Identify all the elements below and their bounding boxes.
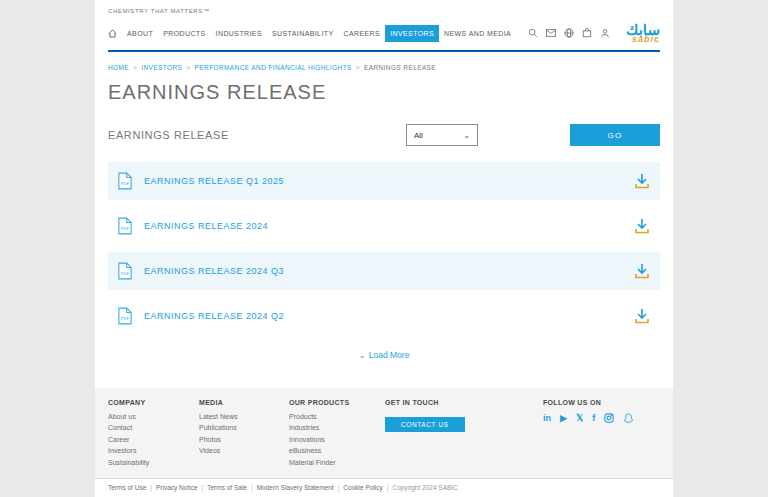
legal-link-privacy-notice[interactable]: Privacy Notice [156, 484, 198, 491]
linkedin-icon[interactable]: in [543, 414, 551, 423]
user-icon[interactable] [600, 28, 610, 38]
breadcrumb-separator: > [133, 64, 137, 71]
footer-column-company: COMPANY About us Contact Career Investor… [108, 399, 199, 471]
pdf-file-icon: PDF [118, 172, 132, 190]
breadcrumb-home[interactable]: HOME [108, 64, 129, 71]
footer-link-sustainability[interactable]: Sustainability [108, 459, 199, 466]
file-row: PDF EARNINGS RELEASE Q1 2025 [108, 162, 660, 200]
nav-item-news-and-media[interactable]: NEWS AND MEDIA [439, 25, 516, 42]
sabic-logo-latin: sabic [626, 35, 660, 44]
breadcrumb-current: EARNINGS RELEASE [364, 64, 436, 71]
nav-item-products[interactable]: PRODUCTS [158, 25, 210, 42]
svg-text:PDF: PDF [121, 271, 130, 276]
footer-link-videos[interactable]: Videos [199, 447, 289, 454]
legal-separator: | [150, 484, 152, 491]
chevron-down-icon: ⌄ [463, 131, 470, 140]
footer-column-media: MEDIA Latest News Publications Photos Vi… [199, 399, 289, 471]
legal-separator: | [251, 484, 253, 491]
filter-row: EARNINGS RELEASE All ⌄ GO [108, 124, 660, 146]
footer-column-get-in-touch: GET IN TOUCH CONTACT US [385, 399, 543, 471]
svg-text:PDF: PDF [121, 226, 130, 231]
footer-link-investors[interactable]: Investors [108, 447, 199, 454]
footer-heading: GET IN TOUCH [385, 399, 543, 406]
search-icon[interactable] [528, 28, 538, 38]
nav-row: ABOUT PRODUCTS INDUSTRIES SUSTAINABILITY… [108, 22, 660, 44]
pdf-file-icon: PDF [118, 262, 132, 280]
file-list: PDF EARNINGS RELEASE Q1 2025 PDF EARNING… [108, 162, 660, 342]
footer-link-contact[interactable]: Contact [108, 424, 199, 431]
page-title: EARNINGS RELEASE [95, 71, 673, 104]
legal-link-modern-slavery[interactable]: Modern Slavery Statement [257, 484, 334, 491]
file-title-link[interactable]: EARNINGS RELEASE 2024 Q2 [144, 311, 284, 321]
download-icon[interactable] [634, 263, 650, 279]
mail-icon[interactable] [546, 29, 556, 37]
svg-text:PDF: PDF [121, 181, 130, 186]
footer-link-products[interactable]: Products [289, 413, 385, 420]
footer-heading: MEDIA [199, 399, 289, 406]
copyright-text: Copyright 2024 SABIC [392, 484, 457, 491]
load-more-button[interactable]: ⌄Load More [95, 350, 673, 360]
footer-link-career[interactable]: Career [108, 436, 199, 443]
footer-link-industries[interactable]: Industries [289, 424, 385, 431]
site-header: CHEMISTRY THAT MATTERS™ ABOUT PRODUCTS I… [95, 0, 673, 44]
x-icon[interactable]: 𝕏 [576, 414, 583, 423]
download-icon[interactable] [634, 173, 650, 189]
nav-item-investors[interactable]: INVESTORS [385, 25, 439, 42]
breadcrumb-separator: > [356, 64, 360, 71]
file-title-link[interactable]: EARNINGS RELEASE 2024 Q3 [144, 266, 284, 276]
load-more-label: Load More [369, 350, 410, 360]
legal-separator: | [338, 484, 340, 491]
footer-link-publications[interactable]: Publications [199, 424, 289, 431]
footer-link-about-us[interactable]: About us [108, 413, 199, 420]
chevron-down-icon: ⌄ [359, 350, 366, 360]
legal-link-cookie-policy[interactable]: Cookie Policy [343, 484, 382, 491]
file-row: PDF EARNINGS RELEASE 2024 Q3 [108, 252, 660, 290]
filter-dropdown-value: All [414, 131, 423, 140]
globe-icon[interactable] [564, 28, 574, 38]
page: CHEMISTRY THAT MATTERS™ ABOUT PRODUCTS I… [95, 0, 673, 497]
nav-item-about[interactable]: ABOUT [122, 25, 158, 42]
filter-label: EARNINGS RELEASE [108, 129, 229, 141]
header-utility-icons [528, 28, 610, 38]
download-icon[interactable] [634, 308, 650, 324]
facebook-icon[interactable]: f [592, 414, 595, 423]
breadcrumb-investors[interactable]: INVESTORS [141, 64, 182, 71]
footer-link-material-finder[interactable]: Material Finder [289, 459, 385, 466]
footer-link-innovations[interactable]: Innovations [289, 436, 385, 443]
nav-item-sustainability[interactable]: SUSTAINABILITY [267, 25, 338, 42]
footer-link-latest-news[interactable]: Latest News [199, 413, 289, 420]
contact-us-button[interactable]: CONTACT US [385, 417, 465, 432]
legal-link-terms-of-use[interactable]: Terms of Use [108, 484, 146, 491]
nav-item-industries[interactable]: INDUSTRIES [211, 25, 267, 42]
footer-link-photos[interactable]: Photos [199, 436, 289, 443]
file-title-link[interactable]: EARNINGS RELEASE Q1 2025 [144, 176, 284, 186]
footer-column-follow: FOLLOW US ON in ▶ 𝕏 f [543, 399, 634, 471]
breadcrumb-separator: > [186, 64, 190, 71]
file-row: PDF EARNINGS RELEASE 2024 [108, 207, 660, 245]
legal-bar: Terms of Use | Privacy Notice | Terms of… [95, 478, 673, 497]
footer-heading: FOLLOW US ON [543, 399, 634, 406]
home-icon[interactable] [108, 29, 117, 38]
youtube-icon[interactable]: ▶ [560, 414, 567, 423]
breadcrumb: HOME > INVESTORS > PERFORMANCE AND FINAN… [95, 52, 673, 71]
go-button[interactable]: GO [570, 124, 660, 146]
filter-dropdown[interactable]: All ⌄ [406, 124, 478, 146]
cart-icon[interactable] [582, 28, 592, 38]
social-row: in ▶ 𝕏 f [543, 413, 634, 424]
download-icon[interactable] [634, 218, 650, 234]
sabic-logo[interactable]: سابك sabic [626, 22, 660, 44]
instagram-icon[interactable] [604, 413, 614, 423]
footer-link-ebusiness[interactable]: eBusiness [289, 447, 385, 454]
breadcrumb-performance[interactable]: PERFORMANCE AND FINANCIAL HIGHLIGHTS [195, 64, 352, 71]
file-title-link[interactable]: EARNINGS RELEASE 2024 [144, 221, 268, 231]
footer-heading: OUR PRODUCTS [289, 399, 385, 406]
svg-text:PDF: PDF [121, 316, 130, 321]
legal-link-terms-of-sale[interactable]: Terms of Sale [207, 484, 247, 491]
file-row: PDF EARNINGS RELEASE 2024 Q2 [108, 297, 660, 335]
legal-separator: | [202, 484, 204, 491]
nav-item-careers[interactable]: CAREERS [339, 25, 386, 42]
pdf-file-icon: PDF [118, 307, 132, 325]
pdf-file-icon: PDF [118, 217, 132, 235]
tagline: CHEMISTRY THAT MATTERS™ [108, 8, 660, 14]
snapchat-icon[interactable] [623, 413, 634, 424]
